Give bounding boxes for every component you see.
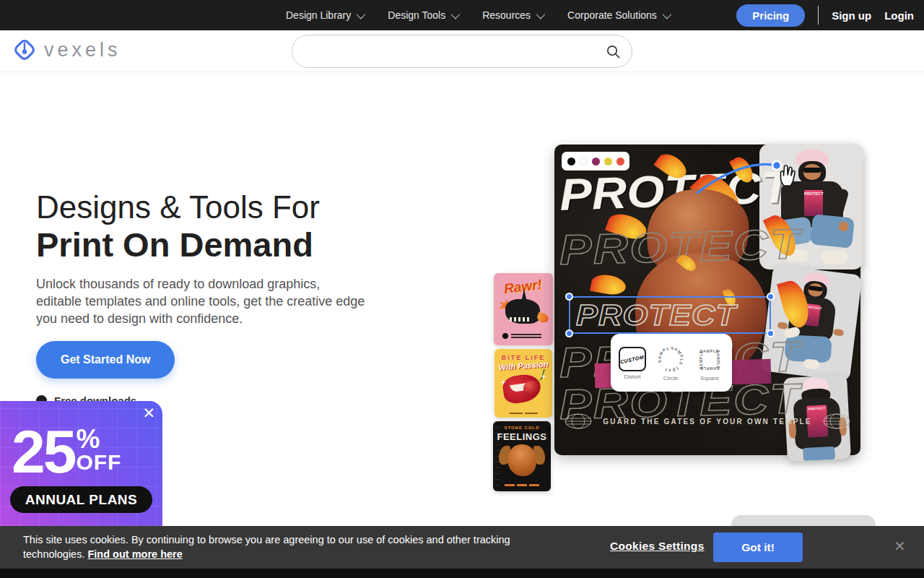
- search-icon[interactable]: [605, 43, 622, 60]
- selection-handle[interactable]: [767, 293, 775, 301]
- hand-shape: [833, 329, 844, 337]
- poster-thumbnail-rawr: Rawr!: [494, 273, 553, 345]
- cookie-consent-banner: This site uses cookies. By continuing to…: [0, 526, 924, 569]
- swatch-black: [567, 158, 575, 165]
- flame-shape: [590, 272, 627, 297]
- top-navigation-bar: Design Library Design Tools Resources Co…: [0, 0, 924, 30]
- poster-thumbnail-feelings: STONE COLD FEELINGS: [493, 421, 551, 491]
- selection-handle[interactable]: [565, 329, 573, 337]
- svg-text:SAMPLE: SAMPLE: [716, 350, 720, 370]
- cookie-close-icon[interactable]: ✕: [894, 538, 906, 555]
- warp-option-distort[interactable]: CUSTOM Distort: [619, 347, 646, 380]
- cherry-graphic: [523, 381, 539, 397]
- chevron-down-icon: [662, 9, 671, 19]
- poster-caption-marks: [494, 413, 552, 414]
- svg-text:SAMPLE TEXT · SAMPLE TEXT ·: SAMPLE TEXT · SAMPLE TEXT ·: [656, 345, 684, 372]
- sneaker-shape: [821, 251, 847, 264]
- hero-description: Unlock thousands of ready to download gr…: [36, 275, 368, 327]
- design-tagline-row: GUARD THE GATES OF YOUR OWN TEMPLE: [554, 413, 860, 429]
- promo-percent-sign: %: [76, 427, 121, 452]
- swatch-red: [616, 158, 624, 165]
- poster-feelings-eyebrow: STONE COLD: [493, 426, 551, 430]
- site-header: vexels: [0, 30, 924, 72]
- selected-text-protect: PROTECT: [576, 299, 736, 332]
- vexels-logo-icon: [12, 37, 38, 63]
- cookie-message: This site uses cookies. By continuing to…: [23, 533, 514, 561]
- cookie-find-out-more-link[interactable]: Find out more here: [87, 548, 182, 560]
- warp-option-label: Distort: [624, 374, 640, 380]
- poster-feelings-title: FEELINGS: [493, 431, 551, 442]
- hero-title-line2: Print On Demand: [36, 225, 320, 264]
- hero-illustration: Rawr! BITE LIFE With Passion STONE COLD …: [491, 141, 866, 502]
- design-tagline: GUARD THE GATES OF YOUR OWN TEMPLE: [603, 418, 811, 426]
- cherub-graphic: [507, 444, 536, 476]
- poster-caption-marks: [493, 484, 551, 486]
- dino-skull-graphic: [505, 299, 540, 324]
- brand-name: vexels: [44, 39, 121, 61]
- nav-item-design-library[interactable]: Design Library: [286, 9, 363, 21]
- swatch-yellow: [604, 158, 612, 165]
- square-text-preview-icon: SAMPLE SAMPLE SAMPLE SAMPLE: [695, 345, 724, 373]
- nav-label: Corporate Solutions: [567, 9, 657, 21]
- get-started-button[interactable]: Get Started Now: [36, 341, 175, 379]
- hand-shape: [839, 222, 848, 231]
- warp-option-circle[interactable]: SAMPLE TEXT · SAMPLE TEXT · Circle: [656, 345, 685, 381]
- warp-option-label: Square: [700, 375, 719, 381]
- divider: [818, 6, 819, 25]
- selection-handle[interactable]: [767, 329, 775, 337]
- nav-label: Design Library: [286, 9, 351, 21]
- chevron-down-icon: [451, 9, 461, 19]
- nav-label: Design Tools: [388, 9, 445, 21]
- poster-caption-marks: [502, 332, 541, 340]
- warp-option-label: Circle: [663, 375, 678, 381]
- bottom-dark-strip: [0, 569, 924, 578]
- nav-actions: Pricing Sign up Login: [736, 0, 914, 30]
- promo-close-icon[interactable]: ✕: [142, 405, 155, 420]
- selection-handle[interactable]: [565, 293, 573, 301]
- design-text-protect-outline: PROTECT: [559, 219, 801, 274]
- page: Design Library Design Tools Resources Co…: [0, 0, 924, 578]
- hand-cursor-icon: [777, 163, 798, 189]
- promo-number: 25: [12, 421, 74, 482]
- nav-label: Resources: [482, 9, 531, 21]
- circle-text-preview-icon: SAMPLE TEXT · SAMPLE TEXT ·: [656, 345, 685, 373]
- cookies-settings-link[interactable]: Cookies Settings: [610, 540, 705, 553]
- sneaker-shape: [803, 358, 819, 370]
- warp-option-square[interactable]: SAMPLE SAMPLE SAMPLE SAMPLE Square: [695, 345, 724, 381]
- promo-popup-25-off[interactable]: ✕ 25 % OFF ANNUAL PLANS: [0, 401, 162, 545]
- cookie-accept-button[interactable]: Got it!: [713, 532, 803, 562]
- nav-item-design-tools[interactable]: Design Tools: [388, 9, 458, 21]
- sunglasses-shape: [803, 168, 821, 173]
- nav-item-resources[interactable]: Resources: [482, 9, 543, 21]
- svg-text:SAMPLE: SAMPLE: [699, 350, 704, 370]
- flame-shape: [536, 312, 549, 324]
- color-swatch-pill: [562, 152, 629, 171]
- search-bar: [292, 35, 632, 68]
- poster-thumbnail-bite-life: BITE LIFE With Passion: [494, 349, 552, 418]
- promo-discount: 25 % OFF: [12, 421, 121, 482]
- text-warp-toolbar: CUSTOM Distort SAMPLE TEXT · SAMPLE TEXT…: [611, 334, 732, 392]
- nav-item-corporate-solutions[interactable]: Corporate Solutions: [567, 9, 669, 21]
- tshirt-print-graphic: PROTECT: [804, 190, 823, 216]
- swatch-white: [580, 158, 588, 165]
- hero-title-line1: Designs & Tools For: [36, 189, 320, 225]
- vexels-logo[interactable]: vexels: [12, 37, 121, 63]
- swatch-plum: [592, 158, 600, 165]
- main-menu: Design Library Design Tools Resources Co…: [286, 0, 669, 30]
- signup-link[interactable]: Sign up: [832, 9, 871, 22]
- globe-wireframe-icon: [822, 413, 851, 429]
- search-input[interactable]: [307, 38, 596, 64]
- chevron-down-icon: [357, 9, 366, 19]
- promo-plan-badge: ANNUAL PLANS: [10, 486, 152, 513]
- selection-box[interactable]: PROTECT: [569, 296, 771, 334]
- jeans-shape: [810, 214, 855, 249]
- pricing-button[interactable]: Pricing: [736, 4, 805, 27]
- login-link[interactable]: Login: [884, 9, 914, 22]
- chevron-down-icon: [536, 9, 546, 19]
- hero-title: Designs & Tools For Print On Demand: [36, 189, 320, 264]
- promo-off-label: OFF: [76, 452, 121, 473]
- distort-preview-icon: CUSTOM: [619, 347, 646, 371]
- jeans-shape: [803, 447, 835, 461]
- globe-wireframe-icon: [564, 413, 593, 429]
